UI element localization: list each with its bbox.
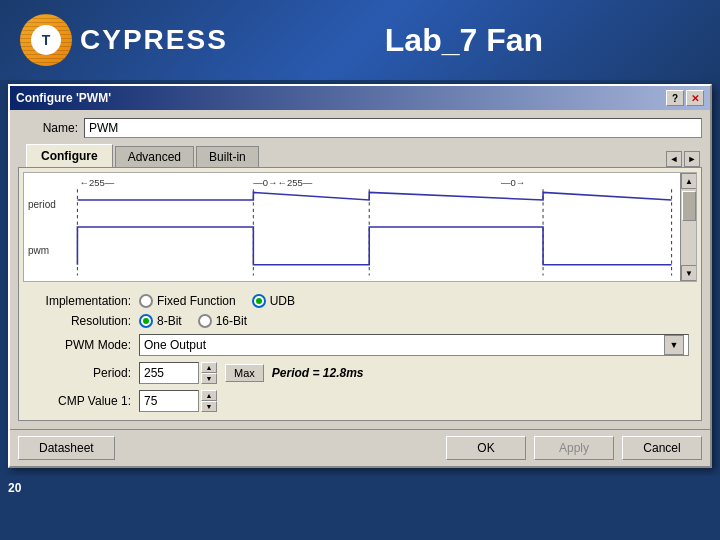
scrollbar-thumb[interactable] xyxy=(682,191,696,221)
period-spinner-buttons: ▲ ▼ xyxy=(201,362,217,384)
period-spin-up[interactable]: ▲ xyxy=(201,362,217,373)
close-button[interactable]: ✕ xyxy=(686,90,704,106)
dialog-titlebar: Configure 'PWM' ? ✕ xyxy=(10,86,710,110)
8bit-option[interactable]: 8-Bit xyxy=(139,314,182,328)
scrollbar-up-btn[interactable]: ▲ xyxy=(681,173,697,189)
waveform-labels: period pwm xyxy=(24,173,69,281)
period-spinner: ▲ ▼ xyxy=(139,362,217,384)
dialog-body: Name: Configure Advanced Built-in xyxy=(10,110,710,429)
period-spin-down[interactable]: ▼ xyxy=(201,373,217,384)
waveform-period-label: period xyxy=(28,199,65,210)
cmp-spin-down[interactable]: ▼ xyxy=(201,401,217,412)
implementation-radio-group: Fixed Function UDB xyxy=(139,294,295,308)
cmp-label: CMP Value 1: xyxy=(31,394,131,408)
page-number: 20 xyxy=(8,481,21,495)
tab-builtin[interactable]: Built-in xyxy=(196,146,259,167)
tab-configure[interactable]: Configure xyxy=(26,144,113,167)
apply-button[interactable]: Apply xyxy=(534,436,614,460)
fixed-function-option[interactable]: Fixed Function xyxy=(139,294,236,308)
waveform-scrollbar: ▲ ▼ xyxy=(680,173,696,281)
period-row: Period: ▲ ▼ Max Period = 12.8ms xyxy=(31,362,689,384)
period-input[interactable] xyxy=(139,362,199,384)
tab-configure-panel: period pwm ←255— —0→←255— —0→ xyxy=(18,167,702,421)
cmp-spinner-buttons: ▲ ▼ xyxy=(201,390,217,412)
scrollbar-down-btn[interactable]: ▼ xyxy=(681,265,697,281)
form-section: Implementation: Fixed Function UDB xyxy=(23,290,697,416)
svg-text:—0→: —0→ xyxy=(501,177,525,188)
logo-area: T CYPRESS xyxy=(20,14,228,66)
tab-nav-left[interactable]: ◄ xyxy=(666,151,682,167)
cancel-button[interactable]: Cancel xyxy=(622,436,702,460)
udb-option[interactable]: UDB xyxy=(252,294,295,308)
name-label: Name: xyxy=(18,121,78,135)
cmp-spin-up[interactable]: ▲ xyxy=(201,390,217,401)
bottom-bar: 20 xyxy=(0,476,720,500)
udb-label: UDB xyxy=(270,294,295,308)
configure-pwm-dialog: Configure 'PWM' ? ✕ Name: Configure xyxy=(8,84,712,468)
pwm-mode-dropdown[interactable]: One Output ▼ xyxy=(139,334,689,356)
dialog-footer: Datasheet OK Apply Cancel xyxy=(10,429,710,466)
logo-icon: T xyxy=(20,14,72,66)
8bit-radio[interactable] xyxy=(139,314,153,328)
name-input[interactable] xyxy=(84,118,702,138)
waveform-svg: ←255— —0→←255— —0→ xyxy=(69,173,680,281)
resolution-row: Resolution: 8-Bit 16-Bit xyxy=(31,314,689,328)
cmp-value-row: CMP Value 1: ▲ ▼ xyxy=(31,390,689,412)
footer-center-buttons: OK Apply Cancel xyxy=(446,436,702,460)
help-button[interactable]: ? xyxy=(666,90,684,106)
scrollbar-track xyxy=(681,189,696,265)
resolution-radio-group: 8-Bit 16-Bit xyxy=(139,314,247,328)
16bit-label: 16-Bit xyxy=(216,314,247,328)
fixed-function-radio[interactable] xyxy=(139,294,153,308)
cypress-logo-text: CYPRESS xyxy=(80,24,228,56)
implementation-row: Implementation: Fixed Function UDB xyxy=(31,294,689,308)
16bit-radio[interactable] xyxy=(198,314,212,328)
resolution-label: Resolution: xyxy=(31,314,131,328)
pwm-mode-value: One Output xyxy=(144,338,206,352)
waveform-pwm-label: pwm xyxy=(28,245,65,256)
tab-advanced[interactable]: Advanced xyxy=(115,146,194,167)
logo-globe: T xyxy=(31,25,61,55)
period-label: Period: xyxy=(31,366,131,380)
max-button[interactable]: Max xyxy=(225,364,264,382)
dialog-title-buttons: ? ✕ xyxy=(666,90,704,106)
datasheet-button[interactable]: Datasheet xyxy=(18,436,115,460)
16bit-option[interactable]: 16-Bit xyxy=(198,314,247,328)
tab-nav-right[interactable]: ► xyxy=(684,151,700,167)
dropdown-arrow-icon[interactable]: ▼ xyxy=(664,335,684,355)
svg-text:←255—: ←255— xyxy=(80,177,115,188)
waveform-area: period pwm ←255— —0→←255— —0→ xyxy=(23,172,697,282)
ok-button[interactable]: OK xyxy=(446,436,526,460)
dialog-wrapper: Configure 'PWM' ? ✕ Name: Configure xyxy=(0,80,720,476)
tabs-row: Configure Advanced Built-in xyxy=(22,144,259,167)
cmp-spinner: ▲ ▼ xyxy=(139,390,217,412)
tab-nav-arrows: ◄ ► xyxy=(666,151,702,167)
pwm-mode-row: PWM Mode: One Output ▼ xyxy=(31,334,689,356)
header: T CYPRESS Lab_7 Fan xyxy=(0,0,720,80)
pwm-mode-label: PWM Mode: xyxy=(31,338,131,352)
page-title: Lab_7 Fan xyxy=(228,22,700,59)
implementation-label: Implementation: xyxy=(31,294,131,308)
cmp-input[interactable] xyxy=(139,390,199,412)
fixed-function-label: Fixed Function xyxy=(157,294,236,308)
period-formula: Period = 12.8ms xyxy=(272,366,364,380)
name-row: Name: xyxy=(18,118,702,138)
dialog-title: Configure 'PWM' xyxy=(16,91,111,105)
8bit-label: 8-Bit xyxy=(157,314,182,328)
udb-radio[interactable] xyxy=(252,294,266,308)
svg-text:—0→←255—: —0→←255— xyxy=(253,177,312,188)
